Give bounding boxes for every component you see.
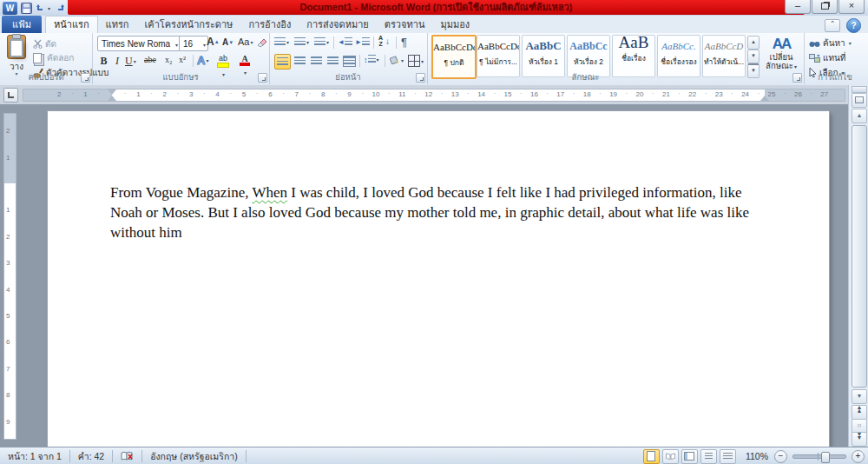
close-button[interactable]: × — [838, 0, 865, 14]
multilevel-list-button[interactable] — [314, 37, 329, 47]
tab-home[interactable]: หน้าแรก — [45, 16, 98, 33]
word-count-indicator[interactable]: คำ: 42 — [70, 450, 113, 462]
ruler-mark: 8 — [6, 391, 10, 399]
zoom-in-button[interactable]: + — [852, 450, 865, 463]
scrollbar-thumb[interactable] — [852, 125, 867, 388]
tab-mailings[interactable]: การส่งจดหมาย — [299, 17, 377, 33]
bullets-button[interactable] — [274, 37, 289, 47]
language-indicator[interactable]: อังกฤษ (สหรัฐอเมริกา) — [142, 450, 246, 462]
word-application-window: W A — [0, 0, 868, 464]
tab-page-layout[interactable]: เค้าโครงหน้ากระดาษ — [137, 17, 241, 33]
style-preview: AaB — [613, 36, 654, 49]
style-name: หัวเรื่อง 1 — [523, 56, 564, 68]
styles-gallery-more-button[interactable]: ▼ — [747, 63, 760, 78]
sort-button[interactable]: A Z — [378, 35, 383, 47]
shrink-font-button[interactable]: A▼ — [222, 37, 233, 47]
ruler-mark: 15 — [504, 90, 512, 98]
ruler-mark: 6 — [6, 338, 10, 346]
font-name-combobox[interactable]: Times New Roma — [97, 36, 181, 51]
tab-references[interactable]: การอ้างอิง — [240, 17, 299, 33]
styles-dialog-launcher[interactable] — [792, 73, 802, 83]
tab-insert[interactable]: แทรก — [98, 17, 137, 33]
clipboard-dialog-launcher[interactable] — [81, 73, 90, 83]
zoom-out-button[interactable]: − — [774, 450, 787, 463]
ruler-mark: 2 — [163, 90, 167, 98]
scroll-up-button[interactable]: ▲ — [852, 109, 867, 123]
ruler-mark: · — [493, 89, 496, 97]
tab-view[interactable]: มุมมอง — [432, 17, 477, 33]
tab-file[interactable]: แฟ้ม — [2, 16, 42, 33]
previous-page-button[interactable]: ▲▲ — [852, 405, 867, 420]
tab-stop-selector[interactable] — [3, 88, 18, 103]
minimize-ribbon-button[interactable]: ⌃ — [825, 19, 840, 32]
shading-button[interactable] — [389, 55, 404, 65]
outline-view-button[interactable] — [700, 449, 717, 464]
change-case-button[interactable]: Aa — [238, 36, 253, 47]
ruler-mark: · — [467, 89, 470, 97]
justify-button[interactable] — [326, 54, 340, 68]
v-ruler[interactable]: 12345678912 — [3, 113, 16, 440]
group-paragraph: ◄ ► A Z ↓ ¶ ↕ — [269, 33, 428, 84]
thai-distributed-button[interactable] — [342, 54, 357, 68]
save-button[interactable] — [21, 2, 32, 15]
borders-button[interactable] — [408, 55, 424, 67]
split-handle[interactable] — [852, 86, 867, 93]
cut-button[interactable]: ตัด — [33, 37, 56, 50]
align-center-icon — [294, 56, 306, 66]
tab-review[interactable]: ตรวจทาน — [377, 17, 433, 33]
ruler-mark: 18 — [583, 90, 591, 98]
fullscreen-reading-view-button[interactable] — [662, 449, 679, 464]
strikethrough-button[interactable]: abe — [144, 55, 156, 64]
help-button[interactable]: ? — [846, 18, 861, 33]
zoom-slider-track[interactable] — [792, 454, 846, 459]
page-number-indicator[interactable]: หน้า: 1 จาก 1 — [0, 450, 70, 462]
italic-button[interactable]: I — [113, 55, 122, 68]
underline-button[interactable]: U — [125, 55, 136, 68]
h-ruler[interactable]: 1·2·3·4·5·6·7·8·9·10·11·12·13·14·15·16·1… — [23, 89, 845, 102]
minimize-button[interactable]: – — [785, 0, 811, 14]
next-page-button[interactable]: ▼▼ — [852, 432, 867, 447]
bold-button[interactable]: B — [98, 55, 109, 68]
zoom-level-label[interactable]: 110% — [746, 451, 768, 461]
draft-view-button[interactable] — [720, 449, 736, 464]
style-preview: AaBbCc — [568, 40, 609, 52]
replace-button[interactable]: แทนที่ — [809, 51, 845, 64]
show-hide-pilcrow-button[interactable]: ¶ — [401, 36, 407, 49]
increase-indent-button[interactable]: ► — [355, 37, 370, 47]
web-layout-view-button[interactable] — [681, 449, 698, 464]
ruler-mark: 20 — [636, 90, 644, 98]
ruler-mark: 3 — [6, 259, 10, 267]
undo-button[interactable] — [36, 2, 50, 15]
restore-button[interactable] — [812, 0, 838, 14]
view-ruler-toggle-button[interactable] — [852, 93, 867, 108]
document-page[interactable]: From Vogue Magazine, When I was child, I… — [48, 111, 829, 447]
align-left-button[interactable] — [274, 54, 291, 70]
text-effects-button[interactable]: A — [197, 54, 208, 67]
paragraph-dialog-launcher[interactable] — [416, 73, 425, 83]
document-paragraph[interactable]: From Vogue Magazine, When I was child, I… — [110, 182, 768, 242]
styles-gallery-up-button[interactable]: ▲ — [747, 36, 760, 50]
align-center-button[interactable] — [293, 54, 307, 68]
change-styles-button[interactable]: AA เปลี่ยน ลักษณะ — [762, 36, 800, 71]
styles-gallery-down-button[interactable]: ▼ — [747, 50, 760, 63]
font-size-combobox[interactable]: 16 — [179, 36, 208, 51]
line-spacing-button[interactable]: ↕ — [364, 55, 379, 64]
print-layout-view-button[interactable] — [643, 449, 660, 464]
word-logo-icon[interactable]: W — [3, 2, 17, 15]
redo-button[interactable] — [54, 2, 65, 15]
scroll-down-button[interactable]: ▼ — [852, 389, 867, 404]
subscript-button[interactable]: x₂ — [165, 55, 173, 64]
proofing-status[interactable] — [113, 450, 142, 462]
numbering-button[interactable] — [294, 37, 309, 47]
font-dialog-launcher[interactable] — [258, 73, 267, 83]
grow-font-button[interactable]: A▲ — [207, 36, 220, 48]
zoom-slider-thumb[interactable] — [821, 452, 830, 463]
clear-formatting-button[interactable] — [257, 36, 267, 47]
align-right-button[interactable] — [309, 54, 324, 68]
superscript-button[interactable]: x² — [179, 55, 186, 64]
copy-button[interactable]: คัดลอก — [33, 51, 74, 64]
decrease-indent-button[interactable]: ◄ — [338, 37, 352, 47]
ruler-mark: 1 — [83, 90, 87, 98]
hanging-indent-marker[interactable] — [108, 91, 116, 101]
find-button[interactable]: ค้นหา — [809, 36, 852, 50]
